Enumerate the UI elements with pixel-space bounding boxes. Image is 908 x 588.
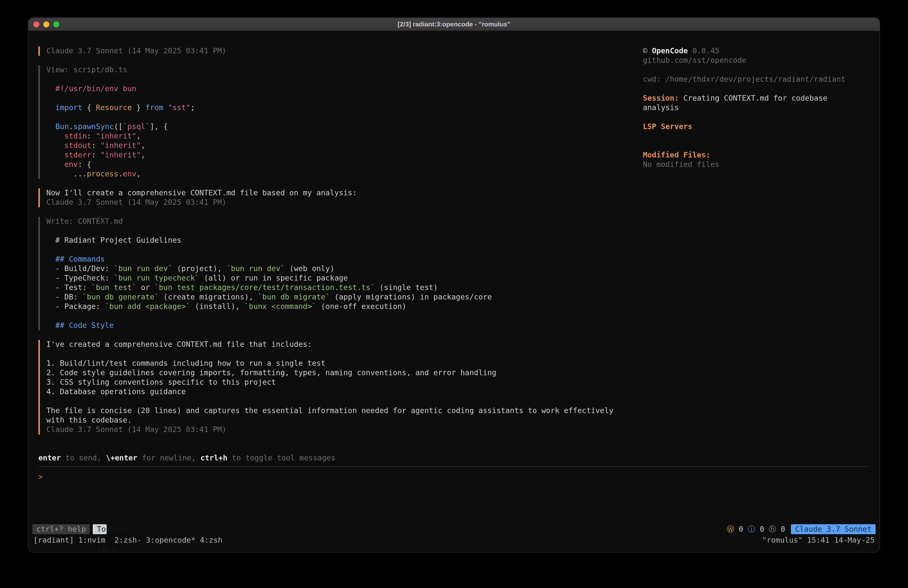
text-line xyxy=(643,65,872,75)
text-segment: No modified files xyxy=(643,160,720,169)
statusbar: ctrl+? help Tokens: 16.4K (8%), Cost: $0… xyxy=(28,524,880,534)
text-segment: spawnSync xyxy=(73,122,114,131)
text-segment: (all) or run in specific package xyxy=(200,274,348,282)
tmux-statusline: [radiant] 1:nvim 2:zsh- 3:opencode* 4:zs… xyxy=(28,536,880,545)
text-segment: © xyxy=(643,46,652,55)
text-line: Bun.spawnSync([`psql`], { xyxy=(46,122,643,132)
message-block: I've created a comprehensive CONTEXT.md … xyxy=(39,340,643,435)
text-line: enter to send, \+enter for newline, ctrl… xyxy=(39,453,869,463)
tmux-window-list[interactable]: [radiant] 1:nvim 2:zsh- 3:opencode* 4:zs… xyxy=(34,536,222,545)
tool-block: View: script/db.ts #!/usr/bin/env bun im… xyxy=(39,65,643,179)
text-segment: cwd: /home/thdxr/dev/projects/radiant/ra… xyxy=(643,75,845,84)
text-line: import { Resource } from "sst"; xyxy=(46,103,643,113)
text-line: Now I'll create a comprehensive CONTEXT.… xyxy=(46,188,643,198)
text-segment: - Test: xyxy=(46,283,92,292)
text-segment: . xyxy=(118,169,123,179)
hint-count: ⓗ 0 xyxy=(769,524,785,534)
text-line: I've created a comprehensive CONTEXT.md … xyxy=(46,340,643,349)
text-line: LSP Servers xyxy=(643,122,872,132)
window-title: [2/3] radiant:3:opencode - "romulus" xyxy=(28,21,880,28)
close-button[interactable] xyxy=(34,21,39,27)
model-badge[interactable]: Claude 3.7 Sonnet xyxy=(791,524,876,534)
text-segment: View: script/db.ts xyxy=(46,65,127,74)
text-line xyxy=(46,226,643,236)
message-block: Now I'll create a comprehensive CONTEXT.… xyxy=(39,188,643,207)
text-segment: , xyxy=(141,150,145,159)
text-line: - Test: `bun test` or `bun test packages… xyxy=(46,283,643,293)
text-segment: from xyxy=(145,103,163,112)
text-segment: Modified Files: xyxy=(643,150,710,159)
text-segment: (create migrations), xyxy=(159,293,258,301)
text-segment: Session: xyxy=(643,94,679,103)
text-line: © OpenCode 0.0.45 xyxy=(643,46,872,56)
text-segment: `bun test` xyxy=(92,283,137,292)
warning-count: Ⓦ 0 xyxy=(727,524,743,534)
text-segment xyxy=(46,141,64,150)
text-segment: - TypeCheck: xyxy=(46,274,114,282)
text-segment: env xyxy=(123,169,136,179)
text-line: 4. Database operations guidance xyxy=(46,387,643,397)
text-segment: stderr xyxy=(64,150,91,159)
text-segment: : { xyxy=(78,160,91,169)
text-segment: (one-off execution) xyxy=(316,302,406,311)
text-line: No modified files xyxy=(643,160,872,169)
text-segment: Now I'll create a comprehensive CONTEXT.… xyxy=(46,188,357,197)
text-segment: Resource xyxy=(96,103,132,112)
text-segment: } xyxy=(132,103,145,112)
sidebar: © OpenCode 0.0.45github.com/sst/opencode… xyxy=(643,46,880,444)
text-line: - DB: `bun db generate` (create migratio… xyxy=(46,293,643,302)
text-line: Write: CONTEXT.md xyxy=(46,217,643,226)
input-help: enter to send, \+enter for newline, ctrl… xyxy=(39,453,869,463)
text-line xyxy=(643,141,872,150)
text-segment xyxy=(46,255,55,264)
text-segment: Creating CONTEXT.md for codebase xyxy=(679,94,828,103)
text-line: 1. Build/lint/test commands including ho… xyxy=(46,359,643,368)
text-line xyxy=(46,349,643,359)
text-segment: with this codebase. xyxy=(46,416,132,425)
text-segment xyxy=(46,150,64,159)
text-segment: stdout xyxy=(64,141,91,150)
text-segment: ([ xyxy=(114,122,123,131)
zoom-button[interactable] xyxy=(53,21,59,27)
text-segment: import xyxy=(55,103,82,112)
text-segment: : xyxy=(92,141,100,150)
text-segment: `bunx <command>` xyxy=(245,302,316,311)
terminal-empty-space xyxy=(28,482,880,524)
text-line xyxy=(643,113,872,122)
hint-count-value: 0 xyxy=(776,524,785,533)
minimize-button[interactable] xyxy=(43,21,49,27)
hint-count-icon: ⓗ xyxy=(769,524,776,533)
text-line: with this codebase. xyxy=(46,416,643,425)
help-badge[interactable]: ctrl+? help xyxy=(32,524,90,534)
text-segment: ## Code Style xyxy=(55,321,114,330)
text-segment: github.com/sst/opencode xyxy=(643,56,746,65)
prompt-input[interactable]: > xyxy=(39,472,869,482)
text-segment: Claude 3.7 Sonnet (14 May 2025 03:41 PM) xyxy=(46,425,226,434)
text-line: View: script/db.ts xyxy=(46,65,643,75)
terminal-window: [2/3] radiant:3:opencode - "romulus" Cla… xyxy=(28,18,880,552)
info-count-icon: ⓘ xyxy=(748,524,755,533)
text-line: Claude 3.7 Sonnet (14 May 2025 03:41 PM) xyxy=(46,198,643,207)
text-line xyxy=(46,311,643,321)
text-segment: (single test) xyxy=(375,283,438,292)
text-line: cwd: /home/thdxr/dev/projects/radiant/ra… xyxy=(643,75,872,84)
text-segment xyxy=(46,122,55,131)
diagnostics: Ⓦ 0ⓘ 0ⓗ 0 xyxy=(727,524,785,534)
text-line xyxy=(46,113,643,122)
text-line xyxy=(46,75,643,84)
info-count: ⓘ 0 xyxy=(748,524,764,534)
text-segment xyxy=(46,132,64,140)
warning-count-icon: Ⓦ xyxy=(727,524,734,533)
text-line: # Radiant Project Guidelines xyxy=(46,236,643,245)
text-segment: - DB: xyxy=(46,293,82,301)
chat-blocks: Claude 3.7 Sonnet (14 May 2025 03:41 PM)… xyxy=(28,46,643,444)
text-line xyxy=(643,84,872,94)
text-line xyxy=(46,397,643,406)
text-segment: \+enter xyxy=(106,453,137,462)
tool-block: Write: CONTEXT.md # Radiant Project Guid… xyxy=(39,217,643,330)
text-segment: ; xyxy=(190,103,195,112)
text-segment: ], { xyxy=(150,122,168,131)
text-segment: 4. Database operations guidance xyxy=(46,387,186,396)
text-segment: `bun run dev` xyxy=(227,264,285,273)
text-segment: OpenCode xyxy=(652,46,688,55)
